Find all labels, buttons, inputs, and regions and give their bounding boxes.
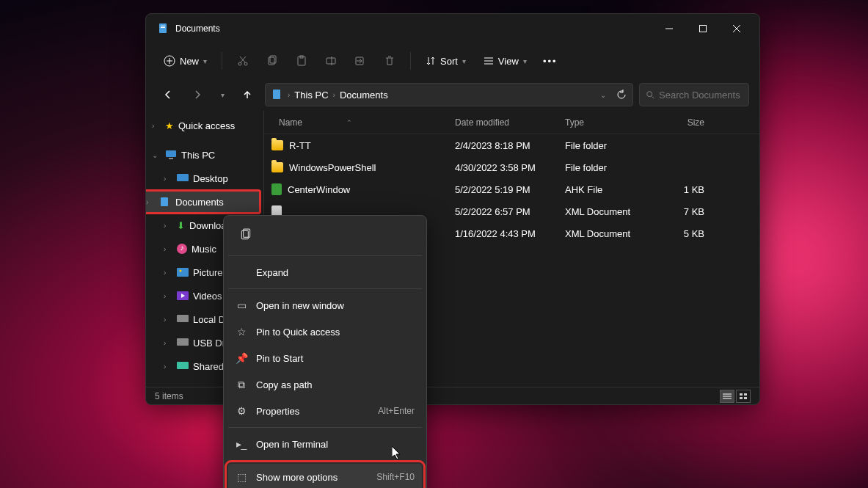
sidebar-label: Quick access bbox=[178, 120, 235, 131]
sidebar-quick-access[interactable]: › ★ Quick access bbox=[146, 114, 263, 137]
address-bar[interactable]: › This PC › Documents ⌄ bbox=[265, 83, 633, 106]
ctx-show-more-options[interactable]: ⬚Show more optionsShift+F10 bbox=[228, 464, 422, 488]
documents-icon bbox=[159, 197, 171, 207]
sidebar-label: This PC bbox=[181, 150, 215, 161]
ctx-open-terminal[interactable]: ▸_Open in Terminal bbox=[228, 431, 422, 457]
file-type: XML Document bbox=[565, 228, 653, 239]
view-label: View bbox=[498, 56, 519, 67]
ctx-expand[interactable]: Expand bbox=[228, 259, 422, 285]
ctx-shortcut: Shift+F10 bbox=[376, 472, 415, 482]
thumbnails-view-button[interactable] bbox=[736, 390, 751, 403]
file-row[interactable]: R-TT2/4/2023 8:18 PMFile folder bbox=[264, 134, 759, 156]
chevron-down-icon: ⌄ bbox=[152, 151, 161, 159]
paste-icon bbox=[296, 55, 307, 67]
svg-rect-42 bbox=[744, 393, 747, 396]
paste-button[interactable] bbox=[288, 51, 315, 71]
sort-button[interactable]: Sort ▾ bbox=[418, 51, 473, 71]
copy-icon bbox=[266, 55, 278, 67]
sidebar-label: Desktop bbox=[193, 173, 228, 184]
maximize-button[interactable] bbox=[686, 17, 720, 40]
search-box[interactable] bbox=[639, 83, 749, 106]
col-size[interactable]: Size bbox=[653, 117, 704, 128]
up-button[interactable] bbox=[236, 83, 259, 106]
path-icon: ⧉ bbox=[236, 379, 247, 390]
back-button[interactable] bbox=[156, 83, 180, 106]
file-row[interactable]: WindowsPowerShell4/30/2022 3:58 PMFile f… bbox=[264, 156, 759, 178]
col-name[interactable]: Name⌃ bbox=[264, 117, 455, 128]
cut-button[interactable] bbox=[230, 51, 256, 71]
arrow-right-icon bbox=[192, 90, 203, 100]
chevron-right-icon: › bbox=[164, 245, 172, 253]
refresh-icon[interactable] bbox=[616, 90, 627, 100]
chevron-right-icon: › bbox=[164, 222, 172, 230]
svg-line-12 bbox=[241, 57, 246, 62]
pc-icon bbox=[165, 150, 177, 160]
svg-point-11 bbox=[244, 62, 247, 65]
recent-button[interactable]: ▾ bbox=[215, 83, 230, 106]
ctx-copy-button[interactable] bbox=[234, 223, 258, 247]
ctx-pin-quick-access[interactable]: ☆Pin to Quick access bbox=[228, 318, 422, 345]
details-view-button[interactable] bbox=[720, 390, 734, 403]
terminal-icon: ▸_ bbox=[236, 438, 247, 450]
chevron-right-icon: › bbox=[146, 198, 155, 206]
col-type[interactable]: Type bbox=[565, 117, 653, 128]
ctx-properties[interactable]: ⚙PropertiesAlt+Enter bbox=[228, 398, 422, 424]
documents-icon bbox=[271, 89, 283, 101]
ctx-label: Pin to Start bbox=[256, 353, 415, 364]
ctx-copy-path[interactable]: ⧉Copy as path bbox=[228, 371, 422, 398]
close-button[interactable] bbox=[720, 17, 754, 40]
ctx-shortcut: Alt+Enter bbox=[378, 406, 415, 416]
ctx-open-new-window[interactable]: ▭Open in new window bbox=[228, 292, 422, 318]
svg-rect-41 bbox=[740, 393, 743, 396]
file-type: AHK File bbox=[565, 184, 653, 195]
search-input[interactable] bbox=[659, 90, 743, 101]
list-icon bbox=[723, 393, 732, 400]
file-type: File folder bbox=[565, 162, 653, 173]
videos-icon bbox=[177, 291, 189, 300]
view-button[interactable]: View ▾ bbox=[476, 51, 534, 71]
chevron-down-icon: ▾ bbox=[462, 57, 466, 65]
svg-rect-2 bbox=[161, 27, 165, 28]
item-count: 5 items bbox=[155, 391, 183, 401]
file-type: XML Document bbox=[565, 206, 653, 217]
new-label: New bbox=[180, 56, 199, 67]
copy-button[interactable] bbox=[259, 51, 285, 71]
chevron-down-icon[interactable]: ⌄ bbox=[600, 91, 606, 99]
forward-button[interactable] bbox=[186, 83, 209, 106]
svg-rect-4 bbox=[700, 26, 707, 32]
chevron-right-icon: › bbox=[164, 363, 172, 371]
ctx-label: Open in Terminal bbox=[256, 439, 415, 450]
breadcrumb-documents[interactable]: Documents bbox=[340, 90, 388, 101]
chevron-down-icon: ▾ bbox=[203, 57, 207, 65]
ctx-pin-start[interactable]: 📌Pin to Start bbox=[228, 345, 422, 371]
sidebar-label: Videos bbox=[193, 291, 222, 302]
sidebar-item-documents[interactable]: ›Documents bbox=[146, 190, 260, 214]
chevron-right-icon: › bbox=[164, 316, 172, 324]
ctx-label: Properties bbox=[256, 406, 369, 417]
minimize-button[interactable] bbox=[652, 17, 686, 40]
share-button[interactable] bbox=[347, 51, 373, 71]
sidebar-label: Pictures bbox=[193, 267, 227, 278]
col-date[interactable]: Date modified bbox=[455, 117, 565, 128]
arrow-left-icon bbox=[163, 90, 173, 100]
delete-button[interactable] bbox=[376, 51, 403, 71]
file-date: 4/30/2022 3:58 PM bbox=[455, 162, 565, 173]
download-icon: ⬇ bbox=[177, 220, 185, 231]
svg-rect-35 bbox=[177, 315, 189, 322]
rename-button[interactable] bbox=[318, 51, 344, 71]
svg-rect-43 bbox=[740, 397, 743, 399]
file-name: WindowsPowerShell bbox=[289, 162, 376, 173]
svg-rect-24 bbox=[273, 90, 280, 99]
breadcrumb-this-pc[interactable]: This PC bbox=[294, 90, 328, 101]
sidebar-item-desktop[interactable]: ›Desktop bbox=[146, 167, 263, 190]
sidebar-this-pc[interactable]: ⌄ This PC bbox=[146, 143, 263, 167]
svg-point-32 bbox=[180, 270, 182, 272]
new-button[interactable]: New ▾ bbox=[156, 51, 214, 71]
star-icon: ☆ bbox=[236, 326, 247, 338]
view-icon bbox=[484, 56, 494, 66]
file-size: 1 KB bbox=[653, 184, 704, 195]
file-row[interactable]: CenterWindow5/2/2022 5:19 PMAHK File1 KB bbox=[264, 178, 759, 200]
svg-rect-37 bbox=[177, 362, 189, 369]
more-button[interactable]: ••• bbox=[537, 51, 564, 71]
svg-rect-36 bbox=[177, 338, 189, 346]
